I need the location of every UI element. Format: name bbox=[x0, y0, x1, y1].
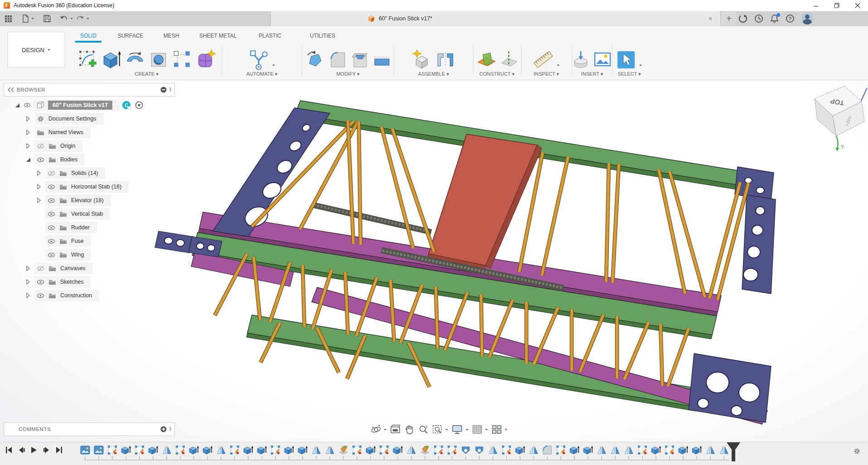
expand-icon[interactable] bbox=[24, 115, 32, 122]
help-icon[interactable]: ? bbox=[786, 14, 795, 23]
browser-item-canvases[interactable]: Canvases bbox=[4, 262, 175, 275]
eye-icon[interactable] bbox=[37, 278, 44, 286]
group-label-construct[interactable]: CONSTRUCT ▾ bbox=[474, 71, 520, 77]
eye-icon[interactable] bbox=[48, 251, 55, 259]
display-caret-icon[interactable] bbox=[465, 428, 469, 431]
expand-open-icon[interactable] bbox=[14, 102, 21, 109]
eye-icon[interactable] bbox=[37, 292, 44, 300]
expand-icon[interactable] bbox=[24, 142, 32, 150]
panel-minus-icon[interactable] bbox=[160, 87, 167, 93]
browser-item-document-settings[interactable]: Document Settings bbox=[4, 112, 175, 126]
press-pull-button[interactable] bbox=[305, 50, 325, 70]
timeline-feature-extrude[interactable] bbox=[121, 445, 131, 455]
expand-icon[interactable] bbox=[24, 292, 32, 299]
joint-button[interactable] bbox=[435, 49, 456, 70]
timeline-feature-mirror[interactable] bbox=[597, 445, 607, 455]
expand-open-icon[interactable] bbox=[24, 156, 32, 163]
timeline-feature-extrude[interactable] bbox=[651, 445, 661, 455]
group-label-assemble[interactable]: ASSEMBLE ▾ bbox=[395, 71, 472, 77]
timeline-feature-extrude[interactable] bbox=[148, 445, 158, 455]
timeline-feature-mirror[interactable] bbox=[216, 445, 226, 455]
browser-item-horizontal-stab[interactable]: Horizontal Stab (16) bbox=[4, 180, 175, 194]
timeline-feature-extrude[interactable] bbox=[298, 445, 308, 455]
timeline-feature-extrude[interactable] bbox=[243, 445, 253, 455]
eye-icon[interactable] bbox=[48, 224, 55, 232]
grid-display-icon[interactable] bbox=[472, 424, 483, 435]
viewports-caret-icon[interactable] bbox=[504, 428, 508, 431]
shell-button[interactable] bbox=[350, 50, 370, 70]
eye-icon[interactable] bbox=[48, 197, 55, 204]
file-menu-caret-icon[interactable] bbox=[31, 17, 34, 20]
timeline-feature-mirror[interactable] bbox=[610, 445, 620, 455]
notifications-wrap[interactable] bbox=[770, 14, 779, 23]
timeline-feature-mirror[interactable] bbox=[488, 445, 498, 455]
group-label-modify[interactable]: MODIFY ▾ bbox=[303, 71, 393, 77]
measure-caret-icon[interactable] bbox=[556, 63, 560, 67]
browser-root[interactable]: 60" Fusion Stick v17 C bbox=[4, 98, 175, 112]
timeline-feature-sketch[interactable] bbox=[379, 445, 389, 455]
expand-icon[interactable] bbox=[35, 197, 43, 204]
insert-canvas-button[interactable] bbox=[593, 49, 612, 70]
play-button[interactable] bbox=[31, 446, 37, 454]
fillet-button[interactable] bbox=[328, 50, 347, 70]
redo-icon[interactable] bbox=[76, 15, 84, 22]
timeline-feature-extrude[interactable] bbox=[284, 445, 294, 455]
go-to-start-button[interactable] bbox=[5, 446, 12, 454]
go-to-end-button[interactable] bbox=[56, 446, 63, 454]
group-label-automate[interactable]: AUTOMATE ▾ bbox=[223, 71, 301, 77]
split-body-button[interactable] bbox=[373, 50, 391, 70]
timeline-feature-extrude[interactable] bbox=[257, 445, 267, 455]
browser-item-fuse[interactable]: Fuse bbox=[4, 234, 175, 248]
timeline-feature-mirror[interactable] bbox=[162, 445, 172, 455]
timeline-feature-fillet[interactable] bbox=[542, 445, 552, 455]
timeline-feature-sketch[interactable] bbox=[135, 445, 145, 455]
timeline-feature-mirror[interactable] bbox=[529, 445, 539, 455]
group-label-select[interactable]: SELECT ▾ bbox=[613, 71, 645, 77]
timeline-feature-mirror[interactable] bbox=[311, 445, 321, 455]
timeline-feature-sketch[interactable] bbox=[665, 445, 675, 455]
viewcube[interactable]: Z TOP LEFT Y bbox=[807, 80, 868, 152]
undo-icon[interactable] bbox=[60, 15, 68, 22]
timeline-feature-hole[interactable] bbox=[461, 445, 471, 455]
restore-button[interactable] bbox=[826, 0, 847, 11]
timeline-feature-sketch[interactable] bbox=[270, 445, 280, 455]
group-label-insert[interactable]: INSERT ▾ bbox=[573, 71, 611, 77]
tab-plastic[interactable]: PLASTIC bbox=[257, 32, 283, 40]
browser-item-sketches[interactable]: Sketches bbox=[4, 275, 175, 289]
timeline-feature-extrude[interactable] bbox=[692, 445, 702, 455]
eye-icon[interactable] bbox=[37, 156, 44, 164]
eye-icon[interactable] bbox=[48, 237, 55, 245]
eye-off-icon[interactable] bbox=[48, 170, 55, 177]
create-form-button[interactable] bbox=[195, 49, 216, 70]
timeline-settings-gear-icon[interactable] bbox=[853, 447, 861, 455]
timeline-feature-sketch[interactable] bbox=[556, 445, 566, 455]
browser-header[interactable]: BROWSER ‖ bbox=[4, 83, 175, 97]
browser-item-construction[interactable]: Construction bbox=[4, 289, 175, 302]
fit-icon[interactable] bbox=[432, 424, 443, 435]
tab-mesh[interactable]: MESH bbox=[162, 32, 181, 40]
browser-item-rudder[interactable]: Rudder bbox=[4, 221, 175, 234]
timeline-feature-extrude[interactable] bbox=[569, 445, 579, 455]
fit-caret-icon[interactable] bbox=[445, 428, 448, 431]
group-label-create[interactable]: CREATE ▾ bbox=[72, 71, 221, 77]
workspace-selector[interactable]: DESIGN bbox=[7, 32, 65, 68]
timeline-feature-sketch[interactable] bbox=[230, 445, 240, 455]
timeline-feature-sketch[interactable] bbox=[434, 445, 444, 455]
timeline-feature-sketch[interactable] bbox=[107, 445, 117, 455]
timeline-feature-sketch[interactable] bbox=[637, 445, 647, 455]
expand-icon[interactable] bbox=[24, 265, 32, 272]
expand-icon[interactable] bbox=[24, 129, 32, 136]
expand-icon[interactable] bbox=[35, 183, 43, 190]
insert-mesh-button[interactable] bbox=[572, 49, 590, 70]
tab-sheet-metal[interactable]: SHEET METAL bbox=[198, 32, 238, 40]
eye-off-icon[interactable] bbox=[37, 142, 44, 150]
timeline-feature-mirror[interactable] bbox=[624, 445, 634, 455]
timeline-feature-extrude[interactable] bbox=[203, 445, 212, 455]
automate-caret-icon[interactable] bbox=[272, 63, 275, 67]
document-tab[interactable]: 60" Fusion Stick v17* × bbox=[270, 11, 721, 26]
timeline-feature-canvas[interactable] bbox=[80, 445, 90, 455]
browser-item-elevator[interactable]: Elevator (18) bbox=[4, 194, 175, 207]
timeline-feature-extrude[interactable] bbox=[393, 445, 403, 455]
eye-icon[interactable] bbox=[24, 102, 31, 109]
construct-plane-button[interactable] bbox=[476, 49, 497, 70]
